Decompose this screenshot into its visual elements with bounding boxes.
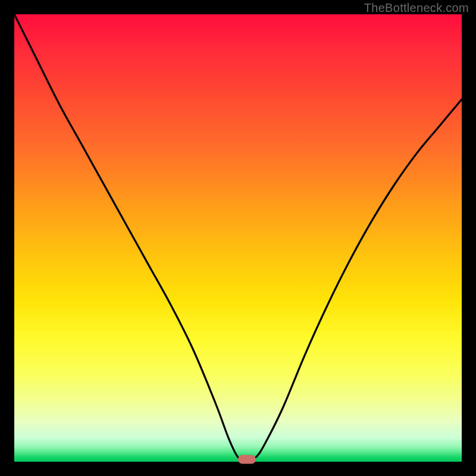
chart-frame: TheBottleneck.com: [0, 0, 476, 476]
bottleneck-curve: [14, 14, 462, 462]
optimal-marker: [238, 455, 256, 464]
watermark-text: TheBottleneck.com: [364, 1, 469, 15]
plot-area: [14, 14, 462, 462]
